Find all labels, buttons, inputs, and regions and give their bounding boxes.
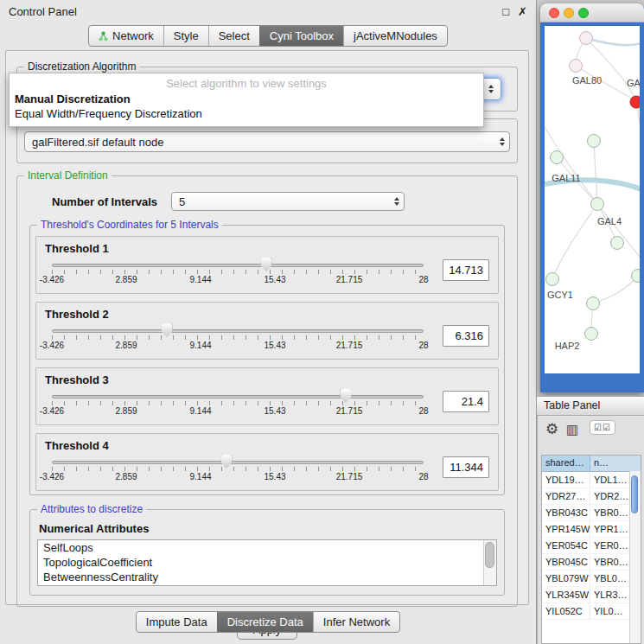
- tab-infer-network[interactable]: Infer Network: [313, 612, 399, 632]
- table-data-combobox[interactable]: galFiltered.sif default node: [24, 131, 510, 152]
- network-node-hap2[interactable]: [584, 327, 598, 341]
- threshold-label: Threshold 3: [45, 373, 491, 386]
- threshold-slider[interactable]: -3.4262.8599.14415.4321.71528: [43, 255, 432, 291]
- threshold-slider[interactable]: -3.4262.8599.14415.4321.71528: [43, 386, 432, 423]
- number-of-intervals-combobox[interactable]: 5: [171, 192, 405, 211]
- table-row[interactable]: YBR045CYBR0…: [542, 554, 641, 571]
- tab-impute-data[interactable]: Impute Data: [137, 612, 217, 632]
- table-row[interactable]: YBR043CYBR0…: [542, 505, 641, 521]
- cell-shared-name: YDL19…: [542, 472, 590, 488]
- attribute-item-selfloops[interactable]: SelfLoops: [38, 540, 496, 555]
- table-row[interactable]: YDL19…YDL1…: [542, 472, 641, 488]
- network-window-titlebar: [540, 3, 644, 22]
- attribute-item-betweennesscentrality[interactable]: BetweennessCentrality: [38, 570, 496, 584]
- network-node[interactable]: [631, 269, 640, 283]
- network-node-gal80[interactable]: [569, 59, 583, 73]
- control-panel-title: Control Panel: [9, 5, 502, 18]
- popup-option-equal-width-frequency-discretization[interactable]: Equal Width/Frequency Discretization: [10, 106, 483, 121]
- threshold-slider[interactable]: -3.4262.8599.14415.4321.71528: [43, 452, 432, 488]
- threshold-panel: Threshold 2 -3.4262.8599.14415.4321.7152…: [35, 302, 499, 360]
- threshold-panel: Threshold 1 -3.4262.8599.14415.4321.7152…: [35, 236, 499, 294]
- table-row[interactable]: YLR345WYLR3…: [542, 587, 641, 603]
- threshold-value-field[interactable]: 11.344: [443, 456, 489, 478]
- float-window-icon[interactable]: □: [502, 5, 509, 18]
- cyni-toolbox-panel: Discretization Algorithm Table Data galF…: [5, 50, 529, 605]
- slider-scale-label: 21.715: [336, 472, 363, 481]
- table-row[interactable]: YPR145WYPR1…: [542, 521, 641, 538]
- table-row[interactable]: YER054CYER0…: [542, 538, 641, 554]
- tab-jactivemnodules[interactable]: jActiveMNodules: [343, 26, 447, 46]
- network-node[interactable]: [586, 296, 600, 310]
- network-node-label: GAL80: [572, 75, 602, 86]
- slider-scale-label: 21.715: [336, 406, 363, 416]
- network-node[interactable]: [579, 31, 593, 45]
- cell-shared-name: YBR043C: [542, 505, 590, 520]
- network-canvas[interactable]: GAL80GAGAL11GAL4GCY1HAP2: [545, 26, 640, 373]
- network-node[interactable]: [587, 134, 601, 148]
- tab-cyni-toolbox[interactable]: Cyni Toolbox: [259, 26, 343, 46]
- gear-icon[interactable]: ⚙: [545, 422, 558, 437]
- attributes-list-scroll-thumb[interactable]: [485, 542, 494, 568]
- slider-scale-label: 28: [418, 341, 428, 350]
- slider-track: [52, 395, 424, 399]
- tab-network[interactable]: Network: [89, 26, 163, 46]
- network-node-ga[interactable]: [630, 96, 641, 109]
- tab-select[interactable]: Select: [208, 26, 259, 46]
- table-panel: ⚙ ▥ ☑☑ shared…n… YDL19…YDL1…YDR27…YDR2…Y…: [537, 416, 644, 644]
- slider-track: [52, 264, 424, 267]
- network-node-gal4[interactable]: [590, 197, 604, 211]
- threshold-value-field[interactable]: 6.316: [443, 325, 489, 347]
- tab-label: jActiveMNodules: [354, 29, 437, 42]
- table-scroll-thumb[interactable]: [631, 475, 638, 513]
- slider-scale: -3.4262.8599.14415.4321.71528: [43, 275, 432, 287]
- slider-scale-label: 2.859: [115, 472, 137, 481]
- top-tabbar: NetworkStyleSelectCyni ToolboxjActiveMNo…: [88, 25, 448, 47]
- control-panel-titlebar: Control Panel □ ✗: [0, 0, 536, 22]
- threshold-value-field[interactable]: 14.713: [443, 259, 489, 281]
- slider-scale-label: 9.144: [189, 406, 211, 416]
- table-panel-header: Table Panel: [537, 396, 644, 416]
- cell-shared-name: YLR345W: [542, 587, 590, 603]
- close-icon[interactable]: ✗: [518, 5, 527, 18]
- network-node-gal11[interactable]: [550, 150, 564, 164]
- attribute-item-topologicalcoefficient[interactable]: TopologicalCoefficient: [38, 555, 496, 570]
- slider-scale-label: 2.859: [115, 341, 137, 350]
- table-row[interactable]: YBL079WYBL0…: [542, 571, 641, 587]
- threshold-label: Threshold 1: [45, 242, 491, 255]
- network-node-gcy1[interactable]: [545, 272, 559, 286]
- slider-scale-label: 2.859: [115, 275, 137, 284]
- slider-scale-label: 15.43: [264, 341, 285, 350]
- tab-style[interactable]: Style: [163, 26, 208, 46]
- attributes-list[interactable]: SelfLoopsTopologicalCoefficientBetweenne…: [37, 539, 497, 586]
- mac-minimize-button[interactable]: [564, 8, 574, 18]
- mac-zoom-button[interactable]: [578, 8, 589, 18]
- popup-option-manual-discretization[interactable]: Manual Discretization: [10, 92, 483, 106]
- algorithm-dropdown-popup: Select algorithm to view settings Manual…: [9, 73, 484, 127]
- table-row[interactable]: YIL052CYIL0…: [542, 603, 641, 620]
- slider-track: [52, 461, 424, 464]
- columns-icon[interactable]: ▥: [566, 423, 578, 436]
- combobox-stepper-icon: [389, 193, 404, 210]
- combobox-stepper-icon: [483, 79, 498, 99]
- slider-scale-label: 9.144: [189, 275, 211, 284]
- threshold-value-field[interactable]: 21.4: [443, 391, 489, 412]
- table-row[interactable]: YDR27…YDR2…: [542, 488, 641, 505]
- bottom-tabbar: Impute DataDiscretize DataInfer Network: [136, 611, 400, 633]
- numerical-attributes-label: Numerical Attributes: [39, 522, 504, 535]
- slider-scale: -3.4262.8599.14415.4321.71528: [43, 406, 432, 418]
- mac-close-button[interactable]: [549, 8, 559, 18]
- interval-definition-title: Interval Definition: [24, 169, 112, 182]
- table-scrollbar[interactable]: [629, 471, 641, 643]
- checkbox-group-icon[interactable]: ☑☑: [590, 420, 615, 435]
- column-header-shared[interactable]: shared…: [542, 456, 590, 471]
- network-icon: [99, 31, 108, 41]
- threshold-slider[interactable]: -3.4262.8599.14415.4321.71528: [43, 321, 432, 357]
- column-header-n[interactable]: n…: [590, 456, 641, 471]
- table-header-row: shared…n…: [542, 456, 641, 472]
- cell-shared-name: YER054C: [542, 538, 590, 553]
- slider-scale-label: -3.426: [40, 341, 64, 350]
- tab-discretize-data[interactable]: Discretize Data: [217, 612, 313, 632]
- network-node[interactable]: [610, 236, 624, 250]
- algorithm-popup-prompt: Select algorithm to view settings: [10, 73, 483, 92]
- attributes-list-scrollbar[interactable]: [483, 540, 496, 585]
